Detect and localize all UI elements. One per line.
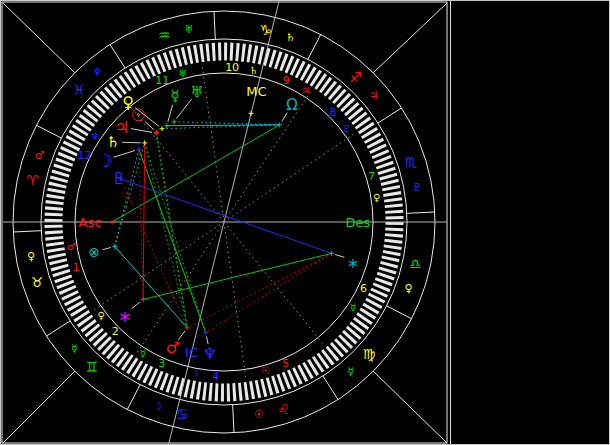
wheel-object-satu-glyph: ♄ <box>106 133 119 151</box>
aspect-line-sextile <box>167 125 280 126</box>
sign-ruler-glyph: ♄ <box>285 31 295 44</box>
chart-wheel: ♈♂♉♀♊☿♋☽♌☉♍☿♎♀♏♇♐♃♑♄♒♅♓♆1♂2♀3☿4☽5☉6☿7♀8♇… <box>1 1 449 445</box>
sign-divider <box>308 34 321 59</box>
sign-divider <box>214 11 215 39</box>
glyph-pointer-line <box>114 150 135 157</box>
house-ruler-glyph: ☉ <box>261 365 270 376</box>
wheel-object-uran-glyph: ♅ <box>190 83 203 101</box>
astrolog32-window: ♈♂♉♀♊☿♋☽♌☉♍☿♎♀♏♇♐♃♑♄♒♅♓♆1♂2♀3☿4☽5☉6☿7♀8♇… <box>0 0 610 445</box>
house-ruler-glyph: ♀ <box>373 192 380 203</box>
sign-ruler-glyph: ♇ <box>412 181 422 194</box>
zodiac-sign-glyph: ♑ <box>259 22 272 38</box>
zodiac-sign-glyph: ♏ <box>404 154 417 170</box>
house-number: 5 <box>282 357 289 370</box>
sign-divider <box>378 108 402 123</box>
wheel-object-mars-glyph: ♂ <box>166 338 180 357</box>
aspect-line-opposition <box>121 179 332 253</box>
zodiac-sign-glyph: ♍ <box>363 346 376 362</box>
house-cusp-spoke <box>224 222 325 346</box>
wheel-object-moon-glyph: ☽ <box>97 150 113 171</box>
angle-label-asc: Asc <box>79 215 102 230</box>
sign-divider <box>110 44 125 68</box>
zodiac-sign-glyph: ♉ <box>31 274 44 290</box>
aspect-line-square <box>206 253 332 332</box>
sign-divider <box>36 125 61 138</box>
corner-bevel <box>373 3 447 73</box>
wheel-object-nept-glyph: ♆ <box>203 344 217 363</box>
house-ruler-glyph: ♂ <box>67 241 76 252</box>
house-cusp-spoke <box>92 222 224 312</box>
glyph-pointer-line <box>145 121 154 130</box>
sign-ruler-glyph: ♀ <box>27 250 35 263</box>
sign-divider <box>323 376 338 400</box>
house-ruler-glyph: ♄ <box>249 65 258 76</box>
house-ruler-glyph: ☿ <box>350 302 356 313</box>
corner-bevel <box>3 371 75 443</box>
sign-ruler-glyph: ☉ <box>254 408 264 421</box>
glyph-pointer-line <box>131 129 152 133</box>
zodiac-sign-glyph: ♌ <box>277 401 290 417</box>
aspect-line-trine <box>145 143 188 328</box>
house-ruler-glyph: ♆ <box>91 131 100 142</box>
zodiac-sign-glyph: ♓ <box>73 82 86 98</box>
sign-divider <box>233 405 234 433</box>
wheel-object-nono-glyph: Ω <box>286 96 297 114</box>
aspect-line-sextile <box>174 122 280 125</box>
house-number: 11 <box>155 74 169 87</box>
glyph-pointer-line <box>168 105 173 122</box>
sign-divider <box>13 231 41 232</box>
wheel-object-fort-glyph: ⊗ <box>88 244 100 260</box>
sign-ruler-glyph: ♃ <box>369 89 379 102</box>
sign-ruler-glyph: ♅ <box>184 23 194 36</box>
aspect-line-trine <box>145 143 206 333</box>
glyph-pointer-line <box>132 302 140 308</box>
sign-ruler-glyph: ♆ <box>93 66 103 79</box>
sign-ruler-glyph: ☽ <box>153 400 163 413</box>
house-number: 9 <box>283 74 290 87</box>
house-cusp-spoke <box>135 222 224 355</box>
house-number: 12 <box>78 149 92 162</box>
house-ruler-glyph: ♀ <box>97 310 104 321</box>
house-number: 6 <box>360 282 367 295</box>
house-ruler-glyph: ♃ <box>301 85 310 96</box>
sign-ruler-glyph: ♂ <box>35 149 45 162</box>
house-number: 4 <box>212 370 219 383</box>
aspect-line-square <box>187 253 331 327</box>
house-ruler-glyph: ♇ <box>342 123 351 134</box>
corner-bevel <box>3 3 75 73</box>
zodiac-sign-glyph: ♋ <box>176 406 189 422</box>
zodiac-sign-glyph: ♐ <box>350 69 363 85</box>
corner-bevel <box>373 371 447 443</box>
house-number: 3 <box>158 357 165 370</box>
sign-divider <box>127 385 140 410</box>
glyph-pointer-line <box>103 247 111 249</box>
angle-label-des: Des <box>346 215 371 230</box>
glyph-pointer-line <box>335 255 344 258</box>
wheel-object-plut-glyph: ♇ <box>112 169 126 188</box>
wheel-object-vert-glyph: * <box>348 254 358 278</box>
house-number: 8 <box>329 106 336 119</box>
info-panel: Astrolog32 v. 1.12Wed, February 23, 1583… <box>451 1 609 444</box>
wheel-object-merc-glyph: ☿ <box>170 87 179 105</box>
aspect-line-sextile <box>115 149 139 246</box>
sign-ruler-glyph: ☿ <box>71 342 78 355</box>
zodiac-sign-glyph: ♒ <box>158 27 171 43</box>
sign-ruler-glyph: ♀ <box>404 282 412 295</box>
wheel-object-juno-glyph: * <box>120 308 131 333</box>
zodiac-sign-glyph: ♈ <box>26 172 39 188</box>
aspect-line-trine <box>143 253 331 299</box>
house-ruler-glyph: ☽ <box>190 368 199 379</box>
wheel-object-venu-glyph: ♀ <box>122 93 134 112</box>
house-number: 1 <box>73 261 80 274</box>
house-number: 10 <box>225 61 239 74</box>
house-ruler-glyph: ♅ <box>178 68 187 79</box>
angle-label-mc: MC <box>246 84 266 99</box>
house-cusp-spoke <box>224 89 313 222</box>
house-ruler-glyph: ☿ <box>139 348 145 359</box>
aspect-line-trine <box>112 125 280 222</box>
sign-divider <box>46 321 70 336</box>
angle-label-ic: IC <box>185 345 198 360</box>
sign-divider <box>387 306 412 319</box>
zodiac-sign-glyph: ♎ <box>409 256 422 272</box>
sign-divider <box>407 212 435 213</box>
